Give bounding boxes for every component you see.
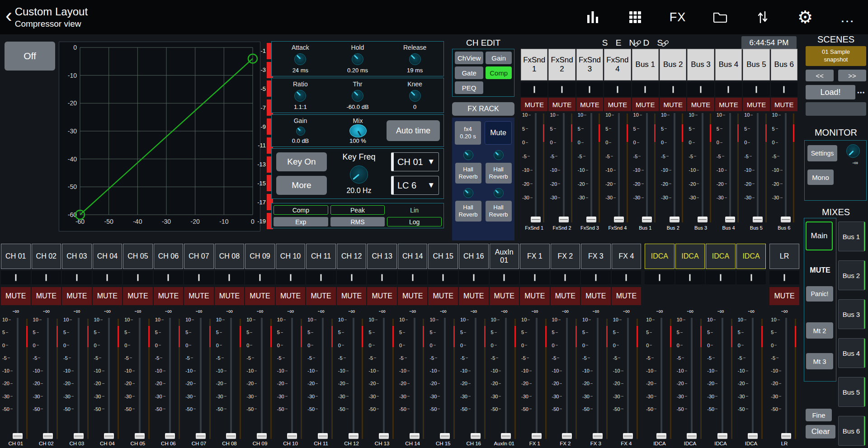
send-bus-label[interactable]: FxSnd 4 [604,49,631,80]
channel-name[interactable]: CH 16 [459,244,489,269]
key-on-button[interactable]: Key On [276,152,327,171]
meters-icon[interactable] [584,8,601,26]
fader-track[interactable] [566,318,568,439]
pan-indicator[interactable] [459,271,489,284]
fader-track[interactable] [322,318,324,439]
pan-indicator[interactable] [743,82,769,97]
apps-grid-icon[interactable] [627,8,644,26]
channel-mute-button[interactable]: MUTE [459,287,489,305]
channel-fader[interactable]: 1050-5-10-20-30-50 [215,316,245,441]
fx-slot-knob[interactable] [494,188,504,198]
channel-fader[interactable]: 1050-5-10-20-30-50 [706,316,736,441]
pan-indicator[interactable] [215,271,245,284]
channel-fader[interactable]: 1050-5-10-20-30-50 [367,316,397,441]
channel-mute-button[interactable]: MUTE [184,287,214,305]
fx-slot-knob[interactable] [494,150,504,160]
pan-indicator[interactable] [93,271,123,284]
fader-cap[interactable] [410,433,420,439]
pan-indicator[interactable] [548,82,575,97]
channel-mute-button[interactable]: MUTE [154,287,184,305]
fader-track[interactable] [691,318,693,439]
fader-track[interactable] [752,318,754,439]
fader-cap[interactable] [104,433,114,439]
send-mute-button[interactable]: MUTE [687,98,714,111]
channel-mute-button[interactable]: MUTE [551,287,580,305]
send-fader[interactable]: 1050-5-10-20-30 [715,111,742,224]
monitor-level-knob[interactable] [846,144,860,158]
fx-slot-button[interactable]: Hall Reverb [486,201,512,222]
channel-fader[interactable]: 1050-5-10-20-30-50 [62,316,92,441]
hold-knob[interactable] [352,53,363,65]
channel-fader[interactable]: 1050-5-10-20-30-50 [1,316,31,441]
fader-cap[interactable] [781,433,791,439]
fader-track[interactable] [618,113,620,222]
fader-track[interactable] [444,318,446,439]
fader-cap[interactable] [531,217,541,222]
channel-name[interactable]: CH 15 [428,244,458,269]
fader-cap[interactable] [623,433,633,439]
channel-fader[interactable]: 1050-5-10-20-30-50 [551,316,580,441]
fader-cap[interactable] [593,433,603,439]
fader-cap[interactable] [13,433,23,439]
fader-track[interactable] [230,318,232,439]
fader-track[interactable] [590,113,592,222]
clear-button[interactable]: Clear [806,425,835,439]
pan-indicator[interactable] [771,82,797,97]
low-cut-select[interactable]: LC 6 ▼ [391,176,439,195]
fader-track[interactable] [261,318,263,439]
channel-name[interactable]: LR [769,244,799,269]
send-mute-button[interactable]: MUTE [632,98,659,111]
send-bus-label[interactable]: FxSnd 3 [576,49,603,80]
fader-cap[interactable] [471,433,481,439]
send-mute-button[interactable]: MUTE [715,98,742,111]
send-fader[interactable]: 1050-5-10-20-30 [771,111,797,224]
channel-fader[interactable]: 1050-5-10-20-30-50 [581,316,611,441]
threshold-knob[interactable] [352,90,363,102]
ch-edit-tab[interactable]: PEQ [455,81,483,94]
mode-toggle[interactable]: Exp [274,217,328,226]
fader-cap[interactable] [670,217,679,222]
channel-fader[interactable]: 1050-5-10-20-30-50 [154,316,184,441]
fader-track[interactable] [674,113,675,222]
channel-mute-button[interactable]: MUTE [398,287,428,305]
channel-name[interactable]: CH 07 [184,244,214,269]
send-fader[interactable]: 1050-5-10-20-30 [576,111,603,224]
fader-cap[interactable] [698,217,708,222]
more-icon[interactable]: … [839,8,856,26]
channel-fader[interactable]: 1050-5-10-20-30-50 [645,316,675,441]
panic-button[interactable]: Panic! [806,286,833,302]
send-mute-button[interactable]: MUTE [604,98,631,111]
channel-fader[interactable]: 1050-5-10-20-30-50 [337,316,367,441]
channel-mute-button[interactable]: MUTE [520,287,550,305]
fader-track[interactable] [757,113,759,222]
fader-cap[interactable] [165,433,175,439]
fader-track[interactable] [47,318,49,439]
mode-toggle[interactable]: RMS [330,217,385,226]
pan-indicator[interactable] [276,271,306,284]
mix-bus-button[interactable]: Bus 5 [838,377,865,407]
mute-group-3-button[interactable]: Mt 3 [806,353,833,369]
channel-fader[interactable]: 1050-5-10-20-30-50 [520,316,550,441]
layout-title-block[interactable]: Custom Layout Compressor view [15,5,88,29]
channel-mute-button[interactable]: MUTE [62,287,92,305]
fader-track[interactable] [535,113,537,222]
fader-track[interactable] [200,318,202,439]
send-bus-label[interactable]: Bus 1 [632,49,659,80]
ch-edit-tab[interactable]: Comp [486,66,512,79]
scene-load-button[interactable]: Load! [806,85,855,99]
fx-slot-button[interactable]: Hall Reverb [455,201,481,222]
fx-mute-button[interactable]: Mute [485,121,512,145]
channel-name[interactable]: IDCA [645,244,675,269]
monitor-settings-button[interactable]: Settings [807,145,837,161]
snapshot-button[interactable]: 01 Sample snapshot [806,46,866,66]
fader-cap[interactable] [74,433,84,439]
fader-cap[interactable] [559,217,569,222]
more-button[interactable]: More [276,176,327,195]
comp-off-button[interactable]: Off [5,42,55,71]
fader-track[interactable] [597,318,599,439]
fader-cap[interactable] [562,433,572,439]
send-fader[interactable]: 1050-5-10-20-30 [743,111,769,224]
channel-mute-button[interactable]: MUTE [736,287,766,305]
ch-edit-tab[interactable]: ChView [455,52,483,64]
pan-indicator[interactable] [632,82,659,97]
